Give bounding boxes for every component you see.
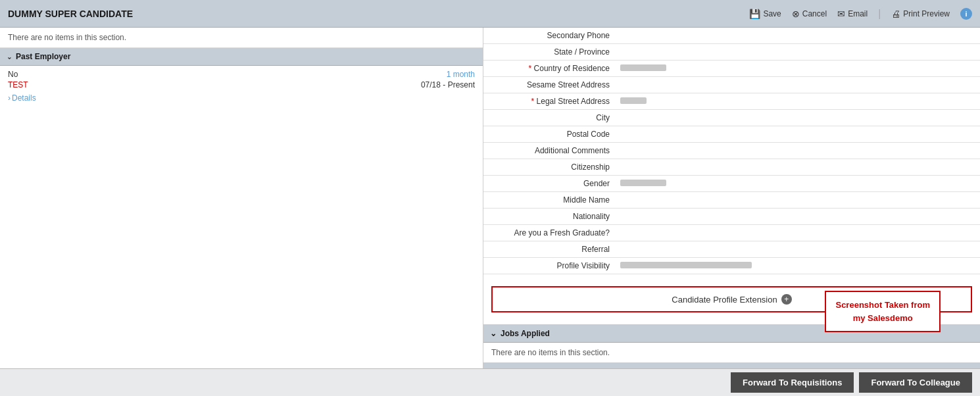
separator: | <box>878 8 881 20</box>
field-label-nationality: Nationality <box>483 209 615 225</box>
field-value-middle-name <box>615 192 980 209</box>
correspondence-label: Correspondence <box>501 367 563 368</box>
field-table: Secondary Phone State / Province Country… <box>483 28 980 274</box>
correspondence-header[interactable]: ⌄ Correspondence <box>483 363 980 368</box>
table-row: Gender <box>483 176 980 192</box>
table-row: Postal Code <box>483 126 980 143</box>
table-row: Legal Street Address <box>483 93 980 110</box>
print-preview-button[interactable]: 🖨 Print Preview <box>891 9 950 19</box>
email-icon: ✉ <box>837 9 845 19</box>
employer-content: No 1 month TEST 07/18 - Present › Detail… <box>0 66 483 107</box>
jobs-applied-content: There are no items in this section. <box>483 343 980 362</box>
no-items-message: There are no items in this section. <box>0 28 483 48</box>
table-row: State / Province <box>483 44 980 61</box>
employer-dates: 07/18 - Present <box>421 80 475 89</box>
employer-name: TEST <box>8 80 28 89</box>
field-value-profile-visibility <box>615 258 980 274</box>
forward-to-colleague-button[interactable]: Forward To Colleague <box>859 372 972 393</box>
page-title: DUMMY SUPER CANDIDATE <box>8 9 749 19</box>
details-link[interactable]: › Details <box>8 93 36 103</box>
table-row: Sesame Street Address <box>483 77 980 93</box>
field-label-state-province: State / Province <box>483 44 615 61</box>
field-label-referral: Referral <box>483 241 615 258</box>
table-row: Additional Comments <box>483 143 980 159</box>
info-button[interactable]: i <box>960 8 972 20</box>
table-row: Nationality <box>483 209 980 225</box>
field-label-additional-comments: Additional Comments <box>483 143 615 159</box>
field-value-nationality <box>615 209 980 225</box>
field-value-country-residence <box>615 61 980 77</box>
employer-row-1: No 1 month <box>8 70 475 79</box>
chevron-down-icon: ⌄ <box>490 329 497 338</box>
right-panel: Secondary Phone State / Province Country… <box>483 28 980 368</box>
field-label-city: City <box>483 110 615 126</box>
field-value-legal-address <box>615 93 980 110</box>
table-row: Citizenship <box>483 159 980 176</box>
table-row: Middle Name <box>483 192 980 209</box>
field-label-fresh-graduate: Are you a Fresh Graduate? <box>483 225 615 241</box>
jobs-applied-label: Jobs Applied <box>501 329 550 338</box>
field-value-secondary-phone <box>615 28 980 44</box>
chevron-down-icon: ⌄ <box>490 367 497 368</box>
main-container: There are no items in this section. ⌄ Pa… <box>0 28 980 368</box>
table-row: Referral <box>483 241 980 258</box>
forward-to-requisitions-button[interactable]: Forward To Requisitions <box>731 372 854 393</box>
field-value-city <box>615 110 980 126</box>
table-row: Profile Visibility <box>483 258 980 274</box>
plus-icon: + <box>781 294 792 305</box>
save-button[interactable]: 💾 Save <box>749 9 781 19</box>
field-label-gender: Gender <box>483 176 615 192</box>
header: DUMMY SUPER CANDIDATE 💾 Save ⊗ Cancel ✉ … <box>0 0 980 28</box>
field-label-citizenship: Citizenship <box>483 159 615 176</box>
print-icon: 🖨 <box>891 9 900 19</box>
jobs-applied-section: ⌄ Jobs Applied There are no items in thi… <box>483 324 980 362</box>
cancel-button[interactable]: ⊗ Cancel <box>792 9 827 19</box>
field-value-sesame-address <box>615 77 980 93</box>
blurred-gender-value <box>620 180 666 186</box>
blurred-visibility-value <box>620 262 752 268</box>
header-actions: 💾 Save ⊗ Cancel ✉ Email | 🖨 Print Previe… <box>749 8 972 20</box>
email-button[interactable]: ✉ Email <box>837 9 868 19</box>
employer-no: No <box>8 70 18 79</box>
employer-duration: 1 month <box>447 70 475 79</box>
blurred-legal-value <box>620 97 647 104</box>
field-value-postal-code <box>615 126 980 143</box>
chevron-right-icon: › <box>8 93 11 103</box>
correspondence-section: ⌄ Correspondence <box>483 362 980 368</box>
field-label-secondary-phone: Secondary Phone <box>483 28 615 44</box>
table-row: Country of Residence <box>483 61 980 77</box>
cancel-icon: ⊗ <box>792 9 800 19</box>
field-value-referral <box>615 241 980 258</box>
field-label-sesame-address: Sesame Street Address <box>483 77 615 93</box>
jobs-applied-header[interactable]: ⌄ Jobs Applied <box>483 325 980 343</box>
left-panel: There are no items in this section. ⌄ Pa… <box>0 28 483 368</box>
field-value-citizenship <box>615 159 980 176</box>
field-label-profile-visibility: Profile Visibility <box>483 258 615 274</box>
candidate-profile-extension[interactable]: Candidate Profile Extension + <box>491 286 972 312</box>
past-employer-section-header[interactable]: ⌄ Past Employer <box>0 48 483 66</box>
blurred-country-value <box>620 64 666 71</box>
table-row: Secondary Phone <box>483 28 980 44</box>
profile-extension-label: Candidate Profile Extension <box>672 295 777 305</box>
field-label-postal-code: Postal Code <box>483 126 615 143</box>
field-value-fresh-graduate <box>615 225 980 241</box>
save-icon: 💾 <box>749 9 760 19</box>
past-employer-label: Past Employer <box>16 52 70 61</box>
table-row: Are you a Fresh Graduate? <box>483 225 980 241</box>
field-value-state-province <box>615 44 980 61</box>
field-label-middle-name: Middle Name <box>483 192 615 209</box>
chevron-down-icon: ⌄ <box>7 53 12 61</box>
field-value-gender <box>615 176 980 192</box>
employer-row-2: TEST 07/18 - Present <box>8 80 475 89</box>
field-label-country-residence: Country of Residence <box>483 61 615 77</box>
footer: Forward To Requisitions Forward To Colle… <box>0 368 980 396</box>
field-value-additional-comments <box>615 143 980 159</box>
field-label-legal-address: Legal Street Address <box>483 93 615 110</box>
jobs-no-items-message: There are no items in this section. <box>491 348 610 357</box>
table-row: City <box>483 110 980 126</box>
